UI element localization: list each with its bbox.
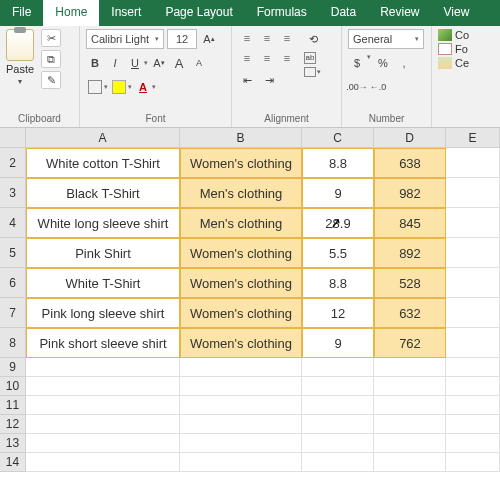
cut-button[interactable]: ✂ [41,29,61,47]
font-name-combo[interactable]: Calibri Light▾ [86,29,164,49]
cell-empty-10-2[interactable] [302,377,374,396]
cell-b6[interactable]: Women's clothing [180,268,302,298]
cell-empty-12-2[interactable] [302,415,374,434]
cell-d6[interactable]: 528 [374,268,446,298]
fill-color-button[interactable] [110,77,128,97]
cell-e4[interactable] [446,208,500,238]
align-right[interactable]: ≡ [278,49,296,67]
bold-button[interactable]: B [86,53,104,73]
row-header-12[interactable]: 12 [0,415,26,434]
cell-d2[interactable]: 638 [374,148,446,178]
cell-empty-10-0[interactable] [26,377,180,396]
cell-c3[interactable]: 9 [302,178,374,208]
cell-empty-9-1[interactable] [180,358,302,377]
cell-empty-13-0[interactable] [26,434,180,453]
cell-empty-11-3[interactable] [374,396,446,415]
comma-button[interactable]: , [395,53,413,73]
cell-empty-14-3[interactable] [374,453,446,472]
tab-formulas[interactable]: Formulas [245,0,319,26]
row-header-8[interactable]: 8 [0,328,26,358]
cell-b5[interactable]: Women's clothing [180,238,302,268]
cell-empty-10-3[interactable] [374,377,446,396]
cell-a6[interactable]: White T-Shirt [26,268,180,298]
underline-button[interactable]: U [126,53,144,73]
cell-b7[interactable]: Women's clothing [180,298,302,328]
row-header-3[interactable]: 3 [0,178,26,208]
increase-decimal[interactable]: .00→ [348,77,366,97]
cell-e5[interactable] [446,238,500,268]
cell-a7[interactable]: Pink long sleeve shirt [26,298,180,328]
cell-empty-14-2[interactable] [302,453,374,472]
row-header-7[interactable]: 7 [0,298,26,328]
cell-c7[interactable]: 12 [302,298,374,328]
row-header-6[interactable]: 6 [0,268,26,298]
increase-font-button[interactable]: A▴ [200,29,218,49]
col-header-D[interactable]: D [374,128,446,148]
row-header-2[interactable]: 2 [0,148,26,178]
cell-empty-10-4[interactable] [446,377,500,396]
percent-button[interactable]: % [374,53,392,73]
cell-empty-11-0[interactable] [26,396,180,415]
cell-c4[interactable]: 28.9 [302,208,374,238]
row-header-5[interactable]: 5 [0,238,26,268]
col-header-A[interactable]: A [26,128,180,148]
decrease-indent[interactable]: ⇤ [238,70,256,90]
cell-empty-11-2[interactable] [302,396,374,415]
font-grow-icon[interactable]: A [170,53,188,73]
cell-empty-13-4[interactable] [446,434,500,453]
col-header-B[interactable]: B [180,128,302,148]
cell-a4[interactable]: White long sleeve shirt [26,208,180,238]
cell-empty-11-1[interactable] [180,396,302,415]
cell-b4[interactable]: Men's clothing [180,208,302,238]
tab-home[interactable]: Home [43,0,99,26]
row-header-11[interactable]: 11 [0,396,26,415]
copy-button[interactable]: ⧉ [41,50,61,68]
cell-e8[interactable] [446,328,500,358]
cell-d7[interactable]: 632 [374,298,446,328]
cell-e6[interactable] [446,268,500,298]
spreadsheet-grid[interactable]: ABCDE2White cotton T-ShirtWomen's clothi… [0,128,500,472]
format-as-table[interactable]: Fo [438,43,494,55]
cell-empty-9-4[interactable] [446,358,500,377]
cell-empty-13-2[interactable] [302,434,374,453]
paste-dropdown[interactable]: ▾ [18,77,22,86]
col-header-E[interactable]: E [446,128,500,148]
border-button[interactable] [86,77,104,97]
cell-empty-13-3[interactable] [374,434,446,453]
align-top[interactable]: ≡ [238,29,256,47]
cell-c2[interactable]: 8.8 [302,148,374,178]
decrease-font-button[interactable]: A▾ [150,53,168,73]
merge-button[interactable]: ▾ [304,67,322,77]
cell-empty-12-3[interactable] [374,415,446,434]
cell-empty-13-1[interactable] [180,434,302,453]
cell-empty-14-1[interactable] [180,453,302,472]
align-left[interactable]: ≡ [238,49,256,67]
cell-d5[interactable]: 892 [374,238,446,268]
align-bottom[interactable]: ≡ [278,29,296,47]
row-header-13[interactable]: 13 [0,434,26,453]
number-format-combo[interactable]: General▾ [348,29,424,49]
tab-page-layout[interactable]: Page Layout [153,0,244,26]
cell-b8[interactable]: Women's clothing [180,328,302,358]
cell-c6[interactable]: 8.8 [302,268,374,298]
cell-a2[interactable]: White cotton T-Shirt [26,148,180,178]
select-all-corner[interactable] [0,128,26,148]
cell-empty-9-0[interactable] [26,358,180,377]
cell-empty-14-4[interactable] [446,453,500,472]
cell-empty-12-4[interactable] [446,415,500,434]
cell-d4[interactable]: 845 [374,208,446,238]
cell-empty-12-0[interactable] [26,415,180,434]
wrap-text-button[interactable]: ab [304,52,322,64]
row-header-10[interactable]: 10 [0,377,26,396]
tab-review[interactable]: Review [368,0,431,26]
cell-c5[interactable]: 5.5 [302,238,374,268]
cell-e3[interactable] [446,178,500,208]
cell-empty-9-2[interactable] [302,358,374,377]
tab-file[interactable]: File [0,0,43,26]
cell-empty-12-1[interactable] [180,415,302,434]
paste-icon[interactable] [6,29,34,61]
cell-a8[interactable]: Pink short sleeve shirt [26,328,180,358]
cell-d8[interactable]: 762 [374,328,446,358]
format-painter-button[interactable]: ✎ [41,71,61,89]
cell-empty-10-1[interactable] [180,377,302,396]
